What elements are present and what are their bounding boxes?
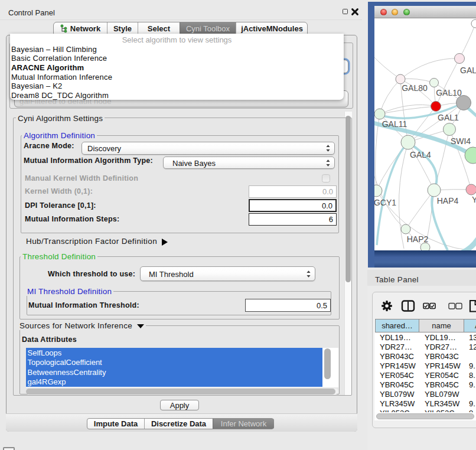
svg-text:HAP4: HAP4	[437, 196, 459, 206]
svg-text:YEL0: YEL0	[472, 195, 476, 204]
svg-text:HAP2: HAP2	[407, 234, 429, 244]
svg-text:GAL11: GAL11	[382, 119, 407, 129]
svg-text:GAL80: GAL80	[402, 83, 428, 93]
svg-text:GAL10: GAL10	[436, 88, 462, 97]
svg-text:GCY1: GCY1	[374, 198, 396, 207]
svg-text:SWI4: SWI4	[451, 136, 471, 146]
svg-text:GAL1: GAL1	[438, 113, 459, 122]
svg-text:GAL7: GAL7	[460, 66, 476, 75]
svg-text:GAL4: GAL4	[410, 150, 431, 159]
